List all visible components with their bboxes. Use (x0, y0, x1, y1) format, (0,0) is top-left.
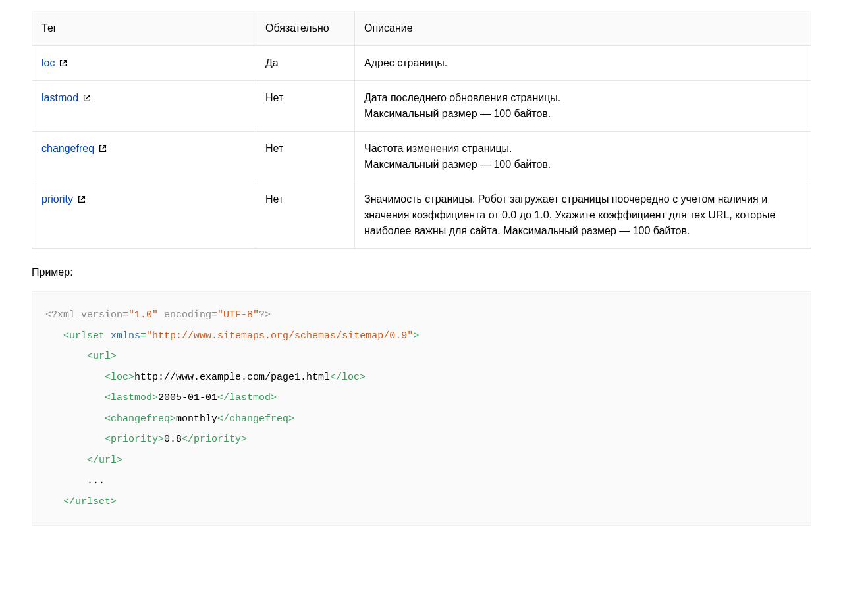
table-header-tag: Тег (32, 11, 256, 46)
required-cell: Нет (256, 81, 355, 132)
table-row: changefreq Нет Частота изменения страниц… (32, 132, 811, 182)
required-cell: Нет (256, 182, 355, 249)
table-header-description: Описание (355, 11, 811, 46)
lastmod-link[interactable]: lastmod (41, 90, 78, 106)
description-cell: Значимость страницы. Робот загружает стр… (355, 182, 811, 249)
sitemap-tags-table: Тег Обязательно Описание loc Да Адрес ст… (32, 11, 811, 249)
table-row: priority Нет Значимость страницы. Робот … (32, 182, 811, 249)
description-cell: Частота изменения страницы. Максимальный… (355, 132, 811, 182)
table-header-required: Обязательно (256, 11, 355, 46)
external-link-icon (77, 195, 86, 204)
description-cell: Адрес страницы. (355, 46, 811, 81)
changefreq-link[interactable]: changefreq (41, 141, 94, 157)
description-cell: Дата последнего обновления страницы. Мак… (355, 81, 811, 132)
required-cell: Нет (256, 132, 355, 182)
external-link-icon (98, 144, 107, 153)
priority-link[interactable]: priority (41, 192, 73, 207)
xml-code-example: <?xml version="1.0" encoding="UTF-8"?> <… (32, 291, 811, 526)
external-link-icon (59, 59, 68, 68)
loc-link[interactable]: loc (41, 55, 55, 71)
external-link-icon (82, 93, 92, 103)
table-row: loc Да Адрес страницы. (32, 46, 811, 81)
table-row: lastmod Нет Дата последнего обновления с… (32, 81, 811, 132)
required-cell: Да (256, 46, 355, 81)
example-label: Пример: (32, 265, 811, 280)
